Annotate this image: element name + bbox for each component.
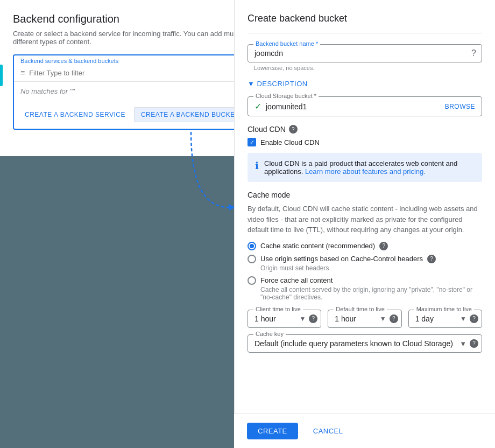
cancel-button[interactable]: CANCEL xyxy=(305,423,352,439)
cache-option3-sublabel: Cache all content served by the origin, … xyxy=(260,286,482,301)
cache-key-value: Default (include query parameters known … xyxy=(254,339,453,348)
bucket-name-input-container: Backend bucket name * ? xyxy=(247,44,482,62)
cache-option2-help[interactable]: ? xyxy=(427,255,436,263)
cache-option-1: Cache static content (recommended) ? xyxy=(247,242,482,250)
chevron-down-icon: ▼ xyxy=(247,80,254,88)
description-section: ▼ Description xyxy=(247,80,482,88)
cache-key-label: Cache key xyxy=(253,331,286,337)
create-button[interactable]: CREATE xyxy=(247,423,298,439)
bucket-name-help-icon[interactable]: ? xyxy=(471,48,476,58)
check-icon: ✓ xyxy=(254,101,261,111)
cache-key-help[interactable]: ? xyxy=(470,339,478,348)
max-ttl-container: Maximum time to live 1 day ▼ ? xyxy=(408,310,482,328)
bucket-name-input[interactable] xyxy=(254,49,462,58)
teal-bar-left xyxy=(0,65,3,86)
client-ttl-label: Client time to live xyxy=(253,306,303,312)
client-ttl-field: Client time to live 1 hour ▼ ? xyxy=(247,310,321,328)
cache-key-arrow: ▼ xyxy=(459,339,466,347)
cdn-checkbox-label: Enable Cloud CDN xyxy=(260,138,320,146)
cache-option1-help[interactable]: ? xyxy=(379,242,388,250)
default-ttl-label: Default time to live xyxy=(334,306,386,312)
info-text: Cloud CDN is a paid product that acceler… xyxy=(264,159,475,176)
create-backend-service-button[interactable]: CREATE A BACKEND SERVICE xyxy=(20,107,130,122)
client-ttl-help[interactable]: ? xyxy=(309,314,317,323)
info-link[interactable]: Learn more about features and pricing. xyxy=(305,167,426,176)
panel-title: Create backend bucket xyxy=(247,13,482,33)
cdn-checkbox[interactable] xyxy=(247,138,256,146)
cache-option-3: Force cache all content Cache all conten… xyxy=(247,276,482,301)
client-ttl-arrow: ▼ xyxy=(299,315,306,323)
cache-description: By default, Cloud CDN will cache static … xyxy=(247,204,482,235)
client-ttl-value: 1 hour xyxy=(254,314,276,323)
default-ttl-container: Default time to live 1 hour ▼ ? xyxy=(328,310,401,328)
ttl-row: Client time to live 1 hour ▼ ? Default t… xyxy=(247,310,482,328)
info-icon: ℹ xyxy=(255,160,259,172)
max-ttl-label: Maximum time to live xyxy=(414,306,474,312)
cdn-checkbox-row: Enable Cloud CDN xyxy=(247,138,482,146)
cdn-help-icon[interactable]: ? xyxy=(289,125,298,134)
filter-icon: ≡ xyxy=(20,68,25,77)
cache-option1-label: Cache static content (recommended) xyxy=(260,242,375,250)
default-ttl-help[interactable]: ? xyxy=(390,314,398,323)
radio-force-cache[interactable] xyxy=(247,276,256,285)
description-toggle[interactable]: ▼ Description xyxy=(247,80,482,88)
cache-option-2: Use origin settings based on Cache-Contr… xyxy=(247,255,482,272)
cache-option2-label: Use origin settings based on Cache-Contr… xyxy=(260,255,423,263)
bucket-name-label: Backend bucket name * xyxy=(253,40,320,47)
storage-bucket-label: Cloud Storage bucket * xyxy=(253,93,319,99)
right-panel: Create backend bucket Backend bucket nam… xyxy=(234,0,495,448)
create-backend-bucket-button[interactable]: CREATE A BACKEND BUCKET xyxy=(134,107,246,122)
default-ttl-field: Default time to live 1 hour ▼ ? xyxy=(328,310,401,328)
cache-mode-title: Cache mode xyxy=(247,191,482,199)
bucket-name-field: Backend bucket name * ? Lowercase, no sp… xyxy=(247,44,482,71)
bottom-buttons: CREATE CANCEL xyxy=(234,414,495,448)
cdn-label: Cloud CDN ? xyxy=(247,125,482,134)
cloud-cdn-section: Cloud CDN ? Enable Cloud CDN ℹ Cloud CDN… xyxy=(247,125,482,182)
storage-bucket-name: joomunited1 xyxy=(266,102,307,111)
cache-key-field: Cache key Default (include query paramet… xyxy=(247,334,482,353)
max-ttl-arrow: ▼ xyxy=(460,315,466,323)
browse-button[interactable]: BROWSE xyxy=(445,103,475,110)
radio-cache-static[interactable] xyxy=(247,242,256,250)
default-ttl-value: 1 hour xyxy=(335,314,356,323)
cache-option2-sublabel: Origin must set headers xyxy=(260,264,482,272)
storage-bucket-container: Cloud Storage bucket * ✓ joomunited1 BRO… xyxy=(247,96,482,116)
max-ttl-value: 1 day xyxy=(415,314,434,323)
storage-bucket-field: Cloud Storage bucket * ✓ joomunited1 BRO… xyxy=(247,96,482,116)
default-ttl-arrow: ▼ xyxy=(380,315,386,323)
bucket-name-hint: Lowercase, no spaces. xyxy=(247,65,482,71)
cache-option3-label: Force cache all content xyxy=(260,276,333,284)
cdn-info-box: ℹ Cloud CDN is a paid product that accel… xyxy=(247,153,482,182)
max-ttl-help[interactable]: ? xyxy=(470,314,478,323)
client-ttl-container: Client time to live 1 hour ▼ ? xyxy=(247,310,321,328)
max-ttl-field: Maximum time to live 1 day ▼ ? xyxy=(408,310,482,328)
cache-mode-section: Cache mode By default, Cloud CDN will ca… xyxy=(247,191,482,301)
storage-bucket-value: ✓ joomunited1 xyxy=(254,101,445,111)
radio-origin-settings[interactable] xyxy=(247,255,256,263)
